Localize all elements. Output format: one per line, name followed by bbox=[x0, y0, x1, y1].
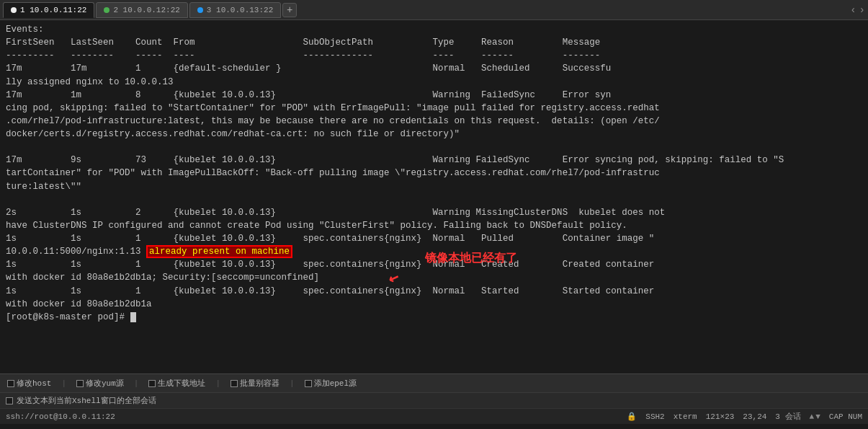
status-left: ssh://root@10.0.0.11:22 bbox=[6, 412, 115, 421]
toolbar-添加epel源[interactable]: 添加epel源 bbox=[302, 376, 359, 390]
sep-4: | bbox=[290, 379, 295, 388]
bottom-toolbar: 修改host | 修改yum源 | 生成下载地址 | 批量别容器 | 添加epe… bbox=[0, 373, 868, 392]
toolbar-修改yum源[interactable]: 修改yum源 bbox=[73, 376, 127, 390]
line-10: 2s 1s 2 {kubelet 10.0.0.13} Warning Miss… bbox=[6, 208, 665, 218]
tab-bar: 1 10.0.0.11:22 2 10.0.0.12:22 3 10.0.0.1… bbox=[0, 0, 868, 20]
toolbar-修改host[interactable]: 修改host bbox=[4, 376, 54, 390]
sep-3: | bbox=[215, 379, 220, 388]
status-bar: ssh://root@10.0.0.11:22 🔒 SSH2 xterm 121… bbox=[0, 408, 868, 424]
line-6: docker/certs.d/registry.access.redhat.co… bbox=[6, 129, 460, 139]
line-3: 17m 1m 8 {kubelet 10.0.0.13} Warning Fai… bbox=[6, 90, 611, 100]
toolbar-生成下载地址[interactable]: 生成下载地址 bbox=[146, 376, 208, 390]
toolbar-生成下载地址-label: 生成下载地址 bbox=[158, 378, 205, 389]
nav-right-icon[interactable]: › bbox=[859, 4, 865, 16]
toolbar-修改host-label: 修改host bbox=[17, 378, 51, 389]
checkbox-修改yum源[interactable] bbox=[76, 380, 84, 387]
checkbox-修改host[interactable] bbox=[7, 380, 14, 387]
line-12: 1s 1s 1 {kubelet 10.0.0.13} spec.contain… bbox=[6, 234, 654, 244]
line-prompt: [root@k8s-master pod]# bbox=[6, 312, 136, 322]
status-path: ssh://root@10.0.0.11:22 bbox=[6, 412, 115, 421]
tab-3-dot bbox=[197, 7, 203, 13]
status-ssh: SSH2 bbox=[645, 412, 664, 421]
sep-2: | bbox=[134, 379, 139, 388]
status-lock-icon: 🔒 bbox=[627, 412, 637, 421]
toolbar-批量别容器-label: 批量别容器 bbox=[240, 378, 279, 389]
line-16: 1s 1s 1 {kubelet 10.0.0.13} spec.contain… bbox=[6, 286, 654, 296]
tab-2-dot bbox=[104, 7, 109, 13]
line-header: FirstSeen LastSeen Count From SubObjectP… bbox=[6, 37, 600, 48]
line-7: 17m 9s 73 {kubelet 10.0.0.13} Warning Fa… bbox=[6, 155, 784, 165]
status-size: 121×23 bbox=[706, 412, 735, 421]
tab-1[interactable]: 1 10.0.0.11:22 bbox=[3, 2, 94, 18]
line-17: with docker id 80a8e1b2db1a bbox=[6, 299, 152, 309]
annotation-label: 镜像本地已经有了 bbox=[425, 251, 517, 267]
nav-arrows: ‹ › bbox=[850, 4, 865, 16]
toolbar-修改yum源-label: 修改yum源 bbox=[86, 378, 124, 389]
line-14: 1s 1s 1 {kubelet 10.0.0.13} spec.contain… bbox=[6, 260, 654, 270]
toolbar-批量别容器[interactable]: 批量别容器 bbox=[228, 376, 282, 390]
sep-1: | bbox=[61, 379, 66, 388]
tab-2-label: 2 10.0.0.12:22 bbox=[113, 6, 179, 14]
tab-1-dot bbox=[11, 7, 17, 13]
line-11: have ClusterDNS IP configured and cannot… bbox=[6, 221, 627, 231]
tab-add-button[interactable]: + bbox=[282, 3, 297, 17]
tab-3-label: 3 10.0.0.13:22 bbox=[207, 6, 273, 14]
nav-left-icon[interactable]: ‹ bbox=[850, 4, 856, 16]
status-right: 🔒 SSH2 xterm 121×23 23,24 3 会话 ▲ ▼ CAP N… bbox=[627, 411, 862, 422]
status-caps: CAP NUM bbox=[829, 412, 862, 421]
line-4: cing pod, skipping: failed to "StartCont… bbox=[6, 103, 660, 113]
line-2: lly assigned nginx to 10.0.0.13 bbox=[6, 77, 174, 87]
line-events: Events: bbox=[6, 25, 44, 35]
toolbar-添加epel源-label: 添加epel源 bbox=[314, 378, 357, 389]
line-15: with docker id 80a8e1b2db1a; Security:[s… bbox=[6, 273, 319, 283]
line-separator: --------- -------- ----- ---- ----------… bbox=[6, 50, 600, 61]
tab-2[interactable]: 2 10.0.0.12:22 bbox=[96, 2, 187, 18]
line-8: tartContainer" for "POD" with ImagePullB… bbox=[6, 168, 660, 178]
send-all-bar: 发送文本到当前Xshell窗口的全部会话 bbox=[0, 392, 868, 408]
line-13: 10.0.0.11:5000/nginx:1.13 already presen… bbox=[6, 245, 292, 258]
status-nav: ▲ ▼ bbox=[810, 412, 820, 421]
status-nav-up[interactable]: ▲ bbox=[810, 412, 815, 421]
terminal-output: Events: FirstSeen LastSeen Count From Su… bbox=[6, 23, 862, 324]
status-cursor: 23,24 bbox=[743, 412, 766, 421]
status-term: xterm bbox=[674, 412, 697, 421]
tab-3[interactable]: 3 10.0.0.13:22 bbox=[189, 2, 281, 18]
send-all-label: 发送文本到当前Xshell窗口的全部会话 bbox=[17, 395, 156, 406]
terminal-area[interactable]: Events: FirstSeen LastSeen Count From Su… bbox=[0, 20, 868, 373]
status-nav-down[interactable]: ▼ bbox=[815, 412, 820, 421]
line-9: ture:latest\"" bbox=[6, 182, 81, 192]
status-sessions: 3 会话 bbox=[775, 411, 800, 422]
checkbox-生成下载地址[interactable] bbox=[148, 380, 156, 387]
tab-1-label: 1 10.0.0.11:22 bbox=[20, 6, 86, 14]
highlight-already-present: already present on machine bbox=[146, 245, 292, 258]
checkbox-批量别容器[interactable] bbox=[231, 380, 238, 387]
line-1: 17m 17m 1 {default-scheduler } Normal Sc… bbox=[6, 63, 611, 74]
cursor bbox=[130, 312, 136, 322]
line-5: .com/rhel7/pod-infrastructure:latest, th… bbox=[6, 116, 660, 126]
send-all-checkbox[interactable] bbox=[6, 397, 13, 404]
checkbox-添加epel源[interactable] bbox=[305, 380, 312, 387]
